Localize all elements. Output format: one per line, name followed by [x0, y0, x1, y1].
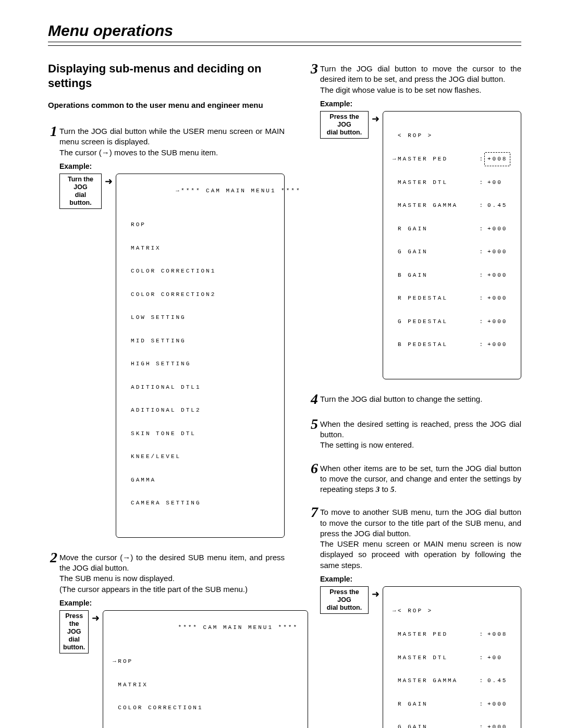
instr-line: dial button.	[327, 604, 362, 611]
example-label: Example:	[59, 599, 285, 607]
step-text: Turn the JOG dial button to move the cur…	[320, 61, 521, 95]
osd-title: **** CAM MAIN MENU1 ****	[173, 624, 298, 631]
manual-page: Menu operations Displaying sub-menus and…	[0, 0, 563, 728]
osd-main-menu: →**** CAM MAIN MENU1 **** ROP MATRIX COL…	[116, 174, 285, 538]
instruction-press-jog: Press the JOG dial button.	[59, 610, 89, 653]
instr-line: dial button.	[63, 636, 85, 651]
osd-rop-edit-masterped: < ROP > →MASTER PED:+008 MASTER DTL:+00 …	[383, 111, 521, 379]
instr-line: Turn the JOG	[68, 176, 93, 191]
instruction-press-jog: Press the JOG dial button.	[320, 111, 369, 139]
step-number: 2	[48, 550, 59, 565]
arrow-icon: ➜	[369, 111, 383, 125]
right-column: 3 Turn the JOG dial button to move the c…	[309, 61, 521, 728]
flashing-value: +008	[487, 155, 507, 163]
example-2: Press the JOG dial button. ➜ **** CAM MA…	[59, 610, 285, 728]
example-1: Turn the JOG dial button. ➜ →**** CAM MA…	[59, 174, 285, 538]
example-label: Example:	[59, 162, 285, 170]
title-rule	[48, 42, 521, 46]
step-number: 5	[309, 417, 320, 431]
example-label: Example:	[320, 100, 521, 108]
page-title: Menu operations	[48, 22, 521, 40]
example-3: Press the JOG dial button. ➜ < ROP > →MA…	[320, 111, 521, 379]
instr-line: dial button.	[327, 129, 362, 136]
instr-line: Press the JOG	[329, 113, 359, 128]
instruction-turn-jog: Turn the JOG dial button.	[59, 174, 102, 209]
step-number: 7	[309, 505, 320, 520]
step-text: Move the cursor (→) to the desired SUB m…	[59, 550, 285, 595]
instr-line: dial button.	[69, 191, 91, 206]
step-5: 5 When the desired setting is reached, p…	[309, 417, 521, 451]
step-4: 4 Turn the JOG dial button to change the…	[309, 392, 521, 406]
step-6: 6 When other items are to be set, turn t…	[309, 461, 521, 495]
arrow-icon: ➜	[89, 610, 103, 624]
step-text: Turn the JOG dial button to change the s…	[320, 392, 521, 404]
arrow-icon: ➜	[102, 174, 116, 187]
instruction-press-jog: Press the JOG dial button.	[320, 586, 369, 614]
example-label: Example:	[320, 575, 521, 583]
instr-line: Press the JOG	[65, 612, 83, 635]
arrow-icon: ➜	[369, 586, 383, 600]
instr-line: Press the JOG	[329, 588, 359, 603]
step-number: 3	[309, 61, 320, 76]
osd-rop-title-cursor: →< ROP > MASTER PED:+008 MASTER DTL:+00 …	[383, 586, 521, 728]
step-number: 6	[309, 461, 320, 476]
step-text: When other items are to be set, turn the…	[320, 461, 521, 495]
osd-main-menu-cursor-rop: **** CAM MAIN MENU1 **** →ROP MATRIX COL…	[103, 610, 308, 728]
step-7: 7 To move to another SUB menu, turn the …	[309, 505, 521, 571]
osd-title: →**** CAM MAIN MENU1 ****	[176, 188, 301, 194]
section-title: Displaying sub-menus and deciding on set…	[48, 61, 285, 90]
example-7: Press the JOG dial button. ➜ →< ROP > MA…	[320, 586, 521, 728]
step-2: 2 Move the cursor (→) to the desired SUB…	[48, 550, 285, 595]
step-1: 1 Turn the JOG dial button while the USE…	[48, 124, 285, 158]
step-3: 3 Turn the JOG dial button to move the c…	[309, 61, 521, 95]
two-column-layout: Displaying sub-menus and deciding on set…	[48, 61, 521, 728]
step-text: When the desired setting is reached, pre…	[320, 417, 521, 451]
step-text: To move to another SUB menu, turn the JO…	[320, 505, 521, 571]
left-column: Displaying sub-menus and deciding on set…	[48, 61, 285, 728]
lead-text: Operations common to the user menu and e…	[48, 101, 285, 109]
step-number: 1	[48, 124, 59, 139]
osd-stack: **** CAM MAIN MENU1 **** →ROP MATRIX COL…	[103, 610, 308, 728]
step-text: Turn the JOG dial button while the USER …	[59, 124, 285, 158]
step-number: 4	[309, 392, 320, 406]
